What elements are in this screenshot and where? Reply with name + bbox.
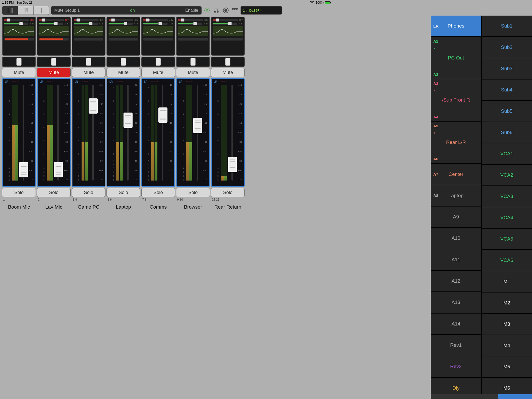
fader-area[interactable]: LR • 10• 5• U• 5• 10• 20• 30• 40• 50• 60… (176, 78, 210, 187)
svg-rect-5 (232, 8, 234, 10)
fader-cap[interactable] (123, 112, 133, 128)
channel-strip: 48v A B Mute LR • 10• 5• U• 5• 10• 20• 3… (141, 17, 175, 212)
eq-curve[interactable] (74, 26, 103, 36)
solo-button[interactable]: Solo (2, 188, 36, 197)
comp-meter[interactable] (4, 38, 34, 41)
comp-meter[interactable] (143, 38, 173, 41)
mute-button[interactable]: Mute (2, 68, 36, 77)
channel-name[interactable]: Comms (141, 202, 175, 212)
mute-group-state: on (130, 8, 135, 13)
svg-rect-7 (236, 8, 238, 10)
mixer: 48v A B Mute LR • 10• 5• U• 5• 10• 20• 3… (0, 16, 332, 213)
solo-button[interactable]: Solo (72, 188, 105, 197)
status-time: 1:15 PM (2, 1, 14, 4)
mute-button[interactable]: Mute (176, 68, 210, 77)
svg-point-4 (225, 9, 227, 12)
mute-button[interactable]: Mute (211, 68, 245, 77)
solo-button[interactable]: Solo (141, 188, 175, 197)
eq-curve[interactable] (178, 26, 208, 36)
gear-icon[interactable] (203, 6, 211, 14)
wifi-icon (310, 1, 314, 5)
pan-control[interactable] (107, 57, 140, 67)
routing-label: LR (179, 80, 182, 83)
channel-number: 7-8 (141, 198, 175, 201)
solo-button[interactable]: Solo (176, 188, 210, 197)
mute-group-action: Enable (185, 8, 198, 13)
fader-area[interactable]: LR • 10• 5• U• 5• 10• 20• 30• 40• 50• 60… (211, 78, 245, 187)
pan-control[interactable] (141, 57, 175, 67)
eq-curve[interactable] (143, 26, 173, 36)
eq-curve[interactable] (4, 26, 34, 36)
channel-input-section[interactable]: 48v A B (2, 17, 36, 56)
mute-button[interactable]: Mute (141, 68, 175, 77)
toolbar: Mute Group 1 on Enable 1 in DL32F * (0, 5, 332, 16)
shows-icon[interactable] (231, 6, 239, 14)
channel-strip: 48v A B Mute LR • 10• 5• U• 5• 10• 20• 3… (176, 17, 210, 212)
fader-cap[interactable] (89, 98, 98, 114)
eq-curve[interactable] (39, 26, 69, 36)
status-date: Sun Dec 23 (16, 1, 33, 4)
fader-cap[interactable] (193, 118, 202, 133)
fader-area[interactable]: LR • 10• 5• U• 5• 10• 20• 30• 40• 50• 60… (107, 78, 140, 187)
channel-number: 9-10 (176, 198, 210, 201)
view-channel-button[interactable] (34, 6, 49, 15)
channel-input-section[interactable]: 48v A B (37, 17, 71, 56)
fader-area[interactable]: LR • 10• 5• U• 5• 10• 20• 30• 40• 50• 60… (37, 78, 71, 187)
fader-cap[interactable] (228, 157, 237, 172)
comp-meter[interactable] (109, 38, 138, 41)
channel-name[interactable]: Lav Mic (37, 202, 71, 212)
pan-control[interactable] (2, 57, 36, 67)
solo-button[interactable]: Solo (107, 188, 140, 197)
eq-curve[interactable] (109, 26, 138, 36)
comp-meter[interactable] (213, 38, 243, 41)
channel-strip: 48v A B Mute LR • 10• 5• U• 5• 10• 20• 3… (2, 17, 36, 212)
solo-button[interactable]: Solo (211, 188, 245, 197)
channel-input-section[interactable]: 48v A B (176, 17, 210, 56)
fader-cap[interactable] (19, 162, 28, 177)
pan-control[interactable] (211, 57, 245, 67)
status-bar: 1:15 PM Sun Dec 23 100% (0, 0, 332, 5)
fader-area[interactable]: LR • 10• 5• U• 5• 10• 20• 30• 40• 50• 60… (141, 78, 175, 187)
routing-label: LR (214, 80, 217, 83)
view-mixer-button[interactable] (18, 6, 34, 15)
routing-label: LR (40, 80, 43, 83)
channel-name[interactable]: Game PC (72, 202, 105, 212)
pan-control[interactable] (176, 57, 210, 67)
mute-button[interactable]: Mute (37, 68, 71, 77)
mute-button[interactable]: Mute (107, 68, 140, 77)
channel-name[interactable]: Laptop (107, 202, 140, 212)
record-icon[interactable] (222, 6, 230, 14)
fader-area[interactable]: LR • 10• 5• U• 5• 10• 20• 30• 40• 50• 60… (2, 78, 36, 187)
fader-cap[interactable] (158, 107, 168, 123)
svg-point-1 (214, 11, 215, 12)
channel-input-section[interactable]: 48v A B (141, 17, 175, 56)
mute-group-bar[interactable]: Mute Group 1 on Enable (51, 6, 202, 15)
eq-curve[interactable] (213, 26, 243, 36)
fader-area[interactable]: LR • 10• 5• U• 5• 10• 20• 30• 40• 50• 60… (72, 78, 105, 187)
mute-button[interactable]: Mute (72, 68, 105, 77)
channel-name[interactable]: Browser (176, 202, 210, 212)
fader-cap[interactable] (54, 162, 63, 177)
channel-strip: 48v A B Mute LR • 10• 5• U• 5• 10• 20• 3… (107, 17, 140, 212)
io-icon[interactable] (212, 6, 220, 14)
svg-point-2 (217, 11, 218, 12)
snapshot-display[interactable]: 1 in DL32F * (241, 6, 282, 15)
channel-name[interactable]: Boom Mic (2, 202, 36, 212)
view-overview-button[interactable] (2, 6, 18, 15)
channel-input-section[interactable]: 48v A B (211, 17, 245, 56)
svg-rect-6 (235, 8, 236, 10)
channel-name[interactable]: Rear Return (211, 202, 245, 212)
pan-control[interactable] (72, 57, 105, 67)
channel-strip: 48v A B Mute LR • 10• 5• U• 5• 10• 20• 3… (72, 17, 105, 212)
routing-label: LR (144, 80, 148, 83)
channel-input-section[interactable]: 48v A B (107, 17, 140, 56)
pan-control[interactable] (37, 57, 71, 67)
solo-button[interactable]: Solo (37, 188, 71, 197)
channel-number: 25-26 (211, 198, 245, 201)
channel-number: 5-6 (107, 198, 140, 201)
channel-input-section[interactable]: 48v A B (72, 17, 105, 56)
comp-meter[interactable] (178, 38, 208, 41)
view-switch[interactable] (2, 6, 49, 15)
comp-meter[interactable] (39, 38, 69, 41)
comp-meter[interactable] (74, 38, 103, 41)
